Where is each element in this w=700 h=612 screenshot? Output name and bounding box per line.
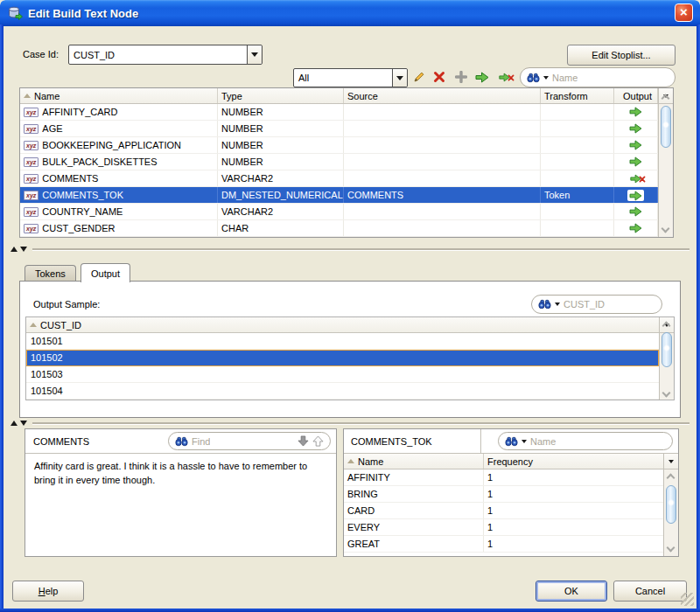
- ok-button[interactable]: OK: [536, 581, 607, 602]
- case-id-dropdown-button[interactable]: [247, 45, 262, 64]
- attributes-table-scrollbar[interactable]: [658, 88, 673, 237]
- tab-output-label: Output: [91, 268, 120, 279]
- attr-name: COUNTRY_NAME: [42, 206, 122, 217]
- output-include-icon: [629, 191, 642, 201]
- window-border-bottom: [0, 609, 700, 612]
- attribute-xyz-icon: xyz: [24, 157, 38, 167]
- token-row[interactable]: EVERY 1: [344, 519, 663, 536]
- edit-button[interactable]: [410, 69, 427, 85]
- title-bar[interactable]: Edit Build Text Node ×: [0, 0, 700, 26]
- collapse-down-icon[interactable]: [20, 421, 27, 426]
- attr-name: COMMENTS: [42, 173, 98, 184]
- scroll-down-icon[interactable]: [662, 225, 670, 233]
- resize-grip[interactable]: [681, 593, 694, 606]
- tab-tokens-label: Tokens: [35, 268, 66, 279]
- find-placeholder: Find: [192, 436, 210, 447]
- comments-find-input[interactable]: Find: [168, 432, 331, 450]
- collapse-up-icon[interactable]: [10, 247, 18, 252]
- sample-row-selected[interactable]: 101502: [26, 350, 659, 366]
- splitter-groove[interactable]: [32, 422, 690, 424]
- binoculars-icon[interactable]: [505, 436, 518, 447]
- attr-name: AFFINITY_CARD: [42, 107, 117, 117]
- attr-transform: [541, 220, 614, 236]
- token-row[interactable]: GREAT 1: [344, 536, 663, 553]
- token-row[interactable]: AFFINITY 1: [344, 469, 663, 486]
- table-row-cust-gender[interactable]: xyzCUST_GENDER CHAR: [20, 220, 658, 237]
- token-frequency: 1: [484, 486, 663, 502]
- exclude-output-button[interactable]: [495, 69, 513, 85]
- attr-type: NUMBER: [218, 104, 344, 120]
- help-button[interactable]: Help: [12, 581, 84, 602]
- attr-source: [344, 170, 541, 186]
- col-source: Source: [344, 88, 541, 103]
- token-table-scrollbar[interactable]: [663, 454, 678, 556]
- case-id-combobox[interactable]: CUST_ID: [68, 45, 262, 65]
- scroll-down-icon[interactable]: [662, 389, 671, 398]
- attributes-table-header[interactable]: Name Type Source Transform Output: [20, 88, 658, 104]
- table-row-age[interactable]: xyzAGE NUMBER: [20, 121, 658, 137]
- token-row[interactable]: BRING 1: [344, 486, 663, 503]
- binoculars-icon[interactable]: [527, 73, 540, 83]
- table-row-comments[interactable]: xyzCOMMENTS VARCHAR2: [20, 170, 658, 187]
- token-frequency: 1: [484, 469, 663, 485]
- collapse-down-icon[interactable]: [20, 247, 27, 252]
- include-output-button[interactable]: [473, 69, 491, 85]
- output-include-icon: [629, 123, 642, 134]
- splitter-top[interactable]: [10, 246, 690, 253]
- attr-type: NUMBER: [218, 121, 344, 136]
- collapse-up-icon[interactable]: [10, 421, 18, 426]
- table-row-bookkeeping-application[interactable]: xyzBOOKKEEPING_APPLICATION NUMBER: [20, 137, 658, 154]
- cancel-button[interactable]: Cancel: [613, 581, 687, 602]
- attribute-search-input[interactable]: Name: [520, 67, 676, 87]
- table-row-affinity-card[interactable]: xyzAFFINITY_CARD NUMBER: [20, 104, 658, 121]
- output-sample-scrollbar[interactable]: [659, 317, 674, 400]
- scroll-up-icon[interactable]: [667, 474, 676, 483]
- scrollbar-thumb[interactable]: [662, 332, 672, 367]
- token-search-placeholder: Name: [530, 436, 556, 447]
- sort-ascending-icon: [347, 459, 354, 463]
- search-options-caret-icon[interactable]: [555, 303, 560, 306]
- sample-row[interactable]: 101501: [26, 333, 659, 350]
- cust-id-header[interactable]: CUST_ID: [26, 317, 659, 333]
- filter-combobox[interactable]: All: [293, 68, 408, 87]
- column-options-button[interactable]: [664, 454, 678, 469]
- token-name: EVERY: [344, 519, 484, 535]
- delete-button[interactable]: [430, 69, 448, 85]
- output-include-icon: [629, 107, 642, 117]
- scrollbar-thumb[interactable]: [661, 106, 671, 148]
- splitter-groove[interactable]: [32, 248, 690, 250]
- binoculars-icon[interactable]: [538, 299, 551, 309]
- sample-row[interactable]: 101504: [26, 383, 659, 400]
- table-row-comments-tok-selected[interactable]: xyzCOMMENTS_TOK DM_NESTED_NUMERICALS COM…: [20, 187, 658, 204]
- scroll-down-icon[interactable]: [667, 544, 676, 553]
- sample-row[interactable]: 101503: [26, 366, 659, 383]
- token-table-header[interactable]: Name Frequency: [344, 454, 663, 469]
- output-exclude-icon: [630, 174, 641, 184]
- ok-label: OK: [564, 586, 578, 596]
- search-options-caret-icon[interactable]: [543, 76, 549, 80]
- filter-dropdown-button[interactable]: [392, 69, 407, 87]
- binoculars-icon[interactable]: [175, 436, 188, 447]
- tab-tokens[interactable]: Tokens: [24, 265, 76, 281]
- token-name: GREAT: [344, 536, 484, 552]
- tab-output[interactable]: Output: [80, 263, 130, 282]
- token-frequency-table: Name Frequency AFFINITY 1 BRING 1 CARD 1…: [344, 454, 678, 556]
- scrollbar-thumb[interactable]: [666, 485, 676, 524]
- token-search-input[interactable]: Name: [498, 432, 673, 450]
- close-button[interactable]: ×: [675, 3, 693, 22]
- edit-stoplist-button[interactable]: Edit Stoplist...: [567, 45, 676, 66]
- output-sample-search-input[interactable]: CUST_ID: [531, 295, 662, 314]
- search-options-caret-icon[interactable]: [522, 440, 527, 443]
- attr-transform: [541, 121, 614, 136]
- add-button[interactable]: [452, 69, 470, 85]
- find-previous-up-icon[interactable]: [312, 435, 324, 447]
- splitter-bottom[interactable]: [10, 420, 690, 427]
- token-row[interactable]: CARD 1: [344, 503, 663, 519]
- comments-panel: COMMENTS Find Affinity card is great. I …: [24, 428, 337, 557]
- col-transform: Transform: [541, 88, 614, 103]
- find-next-down-icon[interactable]: [298, 435, 309, 447]
- table-row-bulk-pack-diskettes[interactable]: xyzBULK_PACK_DISKETTES NUMBER: [20, 154, 658, 170]
- table-row-country-name[interactable]: xyzCOUNTRY_NAME VARCHAR2: [20, 204, 658, 220]
- cust-id-col-label: CUST_ID: [40, 320, 81, 330]
- attr-source: COMMENTS: [344, 187, 541, 203]
